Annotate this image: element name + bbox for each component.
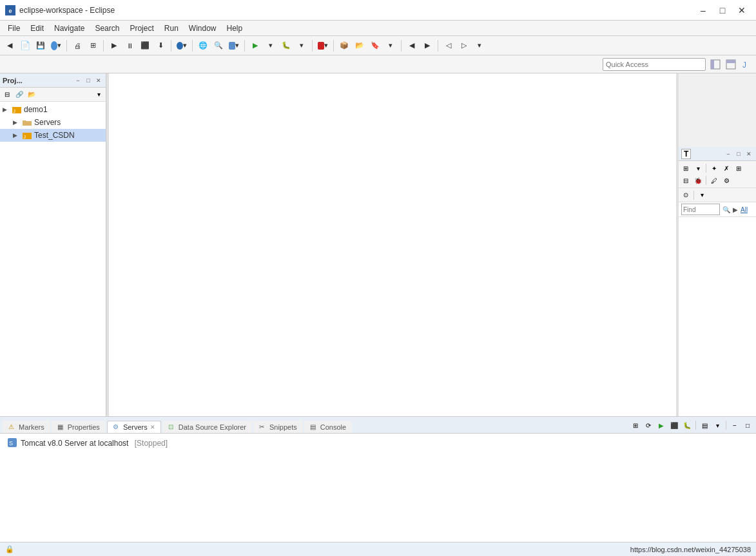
tb-profile-dropdown[interactable]: ▾: [316, 39, 330, 53]
bt-debug3-button[interactable]: 🐛: [681, 419, 693, 431]
tb-stop-button[interactable]: ⬛: [138, 39, 152, 53]
pe-link-button[interactable]: 🔗: [14, 89, 25, 101]
pe-menu-button[interactable]: ▾: [93, 89, 104, 101]
outline-tb-5[interactable]: ⊞: [733, 162, 744, 174]
tb-debug2-dropdown[interactable]: ▾: [295, 39, 309, 53]
bt-newserver-button[interactable]: ⊞: [630, 419, 641, 431]
tb-nav-next-button[interactable]: ▶: [420, 39, 434, 53]
tb-search-dropdown[interactable]: ▾: [227, 39, 241, 53]
tb-back-button[interactable]: ◀: [3, 39, 17, 53]
tb-save-button[interactable]: 💾: [34, 39, 48, 53]
menu-help[interactable]: Help: [222, 23, 248, 34]
server-item-tomcat[interactable]: S Tomcat v8.0 Server at localhost [Stopp…: [5, 436, 751, 450]
find-arrow-icon[interactable]: ▶: [733, 206, 738, 213]
outline-tb-1[interactable]: ⊞: [680, 162, 692, 174]
tb-debug-dropdown[interactable]: ▾: [175, 39, 189, 53]
pe-collapse-all-button[interactable]: ⊟: [1, 89, 13, 101]
tb-run2-dropdown[interactable]: ▾: [264, 39, 278, 53]
close-panel-button[interactable]: ✕: [94, 76, 103, 85]
find-all-button[interactable]: All: [741, 206, 748, 213]
outline-restore-button[interactable]: □: [734, 149, 743, 158]
minimize-panel-button[interactable]: −: [73, 76, 82, 85]
qa-open-persp-button[interactable]: [708, 57, 722, 72]
tb-marker-button[interactable]: 🔖: [368, 39, 382, 53]
outline-minimize-button[interactable]: −: [724, 149, 733, 158]
tb-web-button[interactable]: 🌐: [196, 39, 210, 53]
tab-servers[interactable]: ⚙ Servers ✕: [107, 421, 161, 433]
tb-prop-button[interactable]: ⊞: [86, 39, 100, 53]
tb-search-button[interactable]: 🔍: [211, 39, 226, 53]
bottom-panel-toolbar: ⊞ ⟳ ▶ ⬛ 🐛 ▤ ▾ − □: [627, 417, 756, 434]
tb-marker-dropdown[interactable]: ▾: [383, 39, 398, 53]
tab-properties[interactable]: ▦ Properties: [52, 421, 106, 433]
quick-access-bar: J: [0, 55, 756, 73]
tb-forward2-button[interactable]: ▷: [457, 39, 471, 53]
menu-edit[interactable]: Edit: [25, 23, 49, 34]
bt-console2-button[interactable]: ▤: [699, 419, 710, 431]
server-tomcat-name: Tomcat v8.0 Server at localhost: [21, 439, 128, 448]
outline-tb-9[interactable]: ⚙: [721, 175, 732, 186]
window-title: eclipse-workspace - Eclipse: [19, 6, 694, 15]
close-button[interactable]: ✕: [733, 3, 751, 17]
outline-tb2-1[interactable]: ⊙: [680, 189, 692, 201]
tb-print-button[interactable]: 🖨: [70, 39, 84, 53]
outline-tb-8[interactable]: 🖊: [708, 175, 720, 186]
tree-item-servers[interactable]: ▶ Servers: [0, 116, 106, 129]
menu-navigate[interactable]: Navigate: [49, 23, 90, 34]
menu-file[interactable]: File: [3, 23, 25, 34]
outline-tb-2[interactable]: ▾: [692, 162, 704, 174]
tb-nav-prev-button[interactable]: ◀: [405, 39, 419, 53]
outline-tb2-2[interactable]: ▾: [696, 189, 708, 201]
bt-maximize-button[interactable]: □: [742, 419, 753, 431]
find-search-button[interactable]: 🔍: [722, 206, 730, 213]
bt-stop3-button[interactable]: ⬛: [668, 419, 680, 431]
tb-step-button[interactable]: ⬇: [153, 39, 168, 53]
qa-persp2-button[interactable]: [724, 57, 738, 72]
outline-close-button[interactable]: ✕: [744, 149, 753, 158]
tb-new-dropdown[interactable]: ▾: [49, 39, 63, 53]
outline-title: T: [681, 149, 691, 159]
tb-fwd-dropdown[interactable]: ▾: [472, 39, 487, 53]
menu-run[interactable]: Run: [159, 23, 184, 34]
tab-datasource[interactable]: ⊡ Data Source Explorer: [162, 421, 252, 433]
menu-project[interactable]: Project: [124, 23, 159, 34]
tab-markers[interactable]: ⚠ Markers: [3, 421, 50, 433]
tb-back2-button[interactable]: ◁: [441, 39, 456, 53]
qa-persp3-button[interactable]: J: [739, 57, 753, 72]
tree-item-test-csdn[interactable]: ▶ J Test_CSDN: [0, 129, 106, 142]
maximize-panel-button[interactable]: □: [84, 76, 93, 85]
servers-tab-close-button[interactable]: ✕: [150, 424, 155, 430]
tab-console[interactable]: ▤ Console: [304, 421, 352, 433]
title-bar: e eclipse-workspace - Eclipse – □ ✕: [0, 0, 756, 21]
tab-properties-label: Properties: [68, 423, 100, 431]
maximize-button[interactable]: □: [713, 3, 732, 17]
minimize-button[interactable]: –: [694, 3, 712, 17]
menu-search[interactable]: Search: [90, 23, 124, 34]
outline-tb-6[interactable]: ⊟: [680, 175, 692, 186]
tab-snippets[interactable]: ✂ Snippets: [253, 421, 303, 433]
outline-tb-7[interactable]: 🐞: [692, 175, 704, 186]
tb-pause-button[interactable]: ⏸: [122, 39, 137, 53]
project-explorer-title: Proj...: [3, 77, 23, 84]
tb-run2-button[interactable]: ▶: [248, 39, 262, 53]
bt-run3-button[interactable]: ▶: [655, 419, 667, 431]
pe-newloc-button[interactable]: 📂: [26, 89, 37, 101]
quick-access-input[interactable]: [603, 58, 706, 71]
server-tomcat-status: [Stopped]: [132, 439, 168, 448]
bt-minimize-button[interactable]: −: [729, 419, 741, 431]
outline-tb-4[interactable]: ✗: [721, 162, 732, 174]
outline-controls: − □ ✕: [724, 149, 753, 158]
bt-refresh-button[interactable]: ⟳: [643, 419, 654, 431]
tb-new-button[interactable]: 📄: [18, 39, 32, 53]
bt-sep1: [695, 421, 696, 430]
menu-window[interactable]: Window: [184, 23, 222, 34]
tree-item-demo1[interactable]: ▶ J demo1: [0, 103, 106, 116]
svg-text:e: e: [8, 8, 12, 14]
outline-tb-3[interactable]: ✦: [708, 162, 720, 174]
outline-find-input[interactable]: [681, 204, 720, 215]
tb-deploy-button[interactable]: 📦: [337, 39, 351, 53]
tb-debug2-button[interactable]: 🐛: [279, 39, 293, 53]
tb-open-button[interactable]: 📂: [353, 39, 367, 53]
tb-run-button[interactable]: ▶: [107, 39, 121, 53]
bt-menu-button[interactable]: ▾: [712, 419, 723, 431]
